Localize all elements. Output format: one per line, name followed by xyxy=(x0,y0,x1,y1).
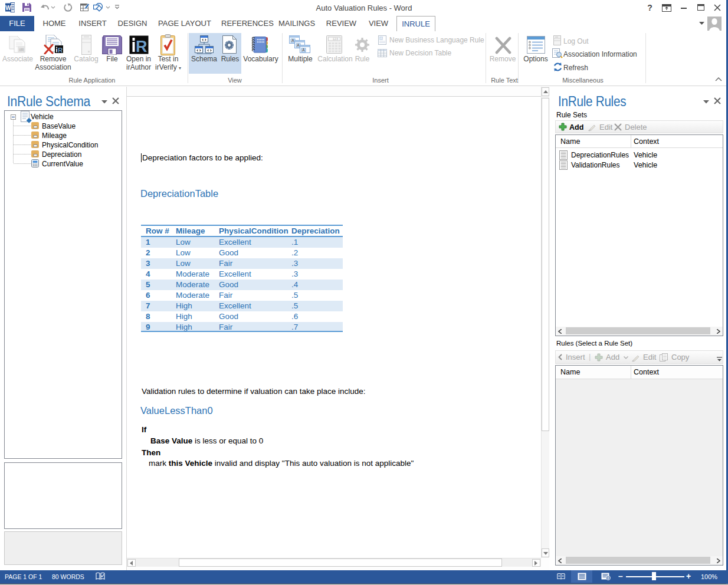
svg-text:A: A xyxy=(380,37,382,40)
svg-text:R: R xyxy=(58,47,63,54)
svg-text:A: A xyxy=(302,48,305,52)
svg-text:A: A xyxy=(291,38,294,42)
svg-text:iR: iR xyxy=(19,47,24,52)
svg-text:A: A xyxy=(297,43,300,47)
svg-text:R: R xyxy=(136,38,147,54)
svg-text:123: 123 xyxy=(333,37,338,41)
